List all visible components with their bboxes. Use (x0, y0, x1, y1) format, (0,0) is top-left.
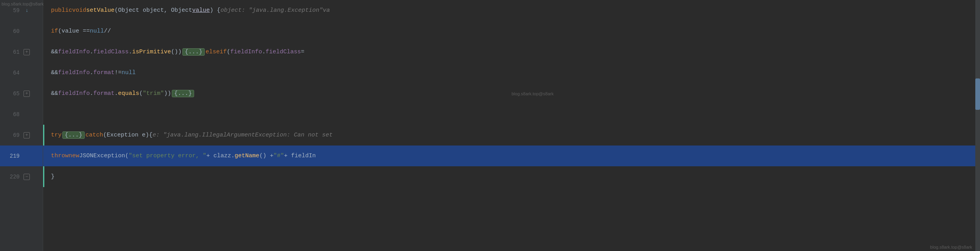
code-69-catch: catch (85, 132, 103, 138)
line-number-69: 69 (0, 132, 24, 138)
code-64-format: format (93, 69, 115, 76)
code-219-exception-type: JSONException (79, 153, 125, 159)
line-number-219: 219 (0, 153, 24, 159)
code-59-params: (Object object, Object (115, 7, 192, 14)
fold-220[interactable]: − (24, 173, 31, 180)
code-60-comment: // (104, 28, 111, 35)
scrollbar[interactable] (975, 0, 980, 251)
code-220-brace: } (51, 173, 55, 180)
code-65-trim: "trim" (143, 90, 164, 97)
code-65-equals: equals (118, 90, 139, 97)
code-65-paren: ( (139, 90, 143, 97)
code-61-dot2: . (129, 49, 132, 55)
code-line-219[interactable]: throw new JSONException ( "set property … (43, 146, 980, 166)
code-61-eq: = (301, 49, 304, 55)
gutter-line-69: 69 + (0, 125, 43, 146)
line-number-64: 64 (0, 70, 24, 76)
code-61-paren2: ( (227, 49, 230, 55)
code-61-and: && (51, 49, 58, 55)
fold-69[interactable]: + (24, 132, 31, 139)
fold-219 (24, 153, 31, 160)
code-59-brace: ) { (210, 7, 220, 14)
line-number-61: 61 (0, 49, 24, 55)
fold-64 (24, 69, 31, 76)
code-219-msg: "set property error, " (129, 153, 206, 159)
gutter-line-68: 68 (0, 104, 43, 125)
code-219-paren: ( (125, 153, 129, 159)
fold-61[interactable]: + (24, 49, 31, 56)
code-61-else: else (205, 49, 220, 55)
code-61-dot3: . (262, 49, 265, 55)
code-219-getname: getName (235, 153, 259, 159)
gutter-line-220: 220 − (0, 166, 43, 187)
code-219-concat2: () + (259, 153, 273, 159)
code-65-fieldinfo: fieldInfo (58, 90, 90, 97)
code-219-concat1: + clazz. (206, 153, 235, 159)
code-64-neq: != (115, 69, 122, 76)
code-61-if2: if (220, 49, 227, 55)
code-59-public: public (51, 7, 72, 14)
code-line-68[interactable] (43, 104, 980, 125)
code-65-and: && (51, 90, 58, 97)
code-59-value: value (192, 7, 210, 14)
code-61-paren: ()) (171, 49, 182, 55)
code-69-hint: e: "java.lang.IllegalArgumentException: … (153, 132, 333, 138)
code-line-64[interactable]: && fieldInfo . format != null (43, 62, 980, 83)
code-61-fold[interactable]: {...} (182, 48, 205, 56)
line-number-gutter: blog.s8ark.top@s8ark 59 ↓ 60 61 + 64 (0, 0, 43, 251)
code-line-59[interactable]: public void setValue (Object object, Obj… (43, 0, 980, 21)
code-61-fieldinfo: fieldInfo (58, 49, 90, 55)
code-59-hint2: va (323, 7, 330, 14)
code-line-60[interactable]: if (value == null // (43, 21, 980, 42)
fold-60 (24, 28, 31, 35)
code-60-null: null (90, 28, 104, 35)
code-69-try: try (51, 132, 62, 138)
code-area: public void setValue (Object object, Obj… (43, 0, 980, 251)
code-65-dot2: . (115, 90, 118, 97)
line-number-220: 220 (0, 174, 24, 180)
code-69-fold[interactable]: {...} (62, 131, 85, 139)
code-65-fold[interactable]: {...} (172, 90, 194, 97)
code-line-65[interactable]: && fieldInfo . format . equals ( "trim" … (43, 83, 980, 104)
code-65-format: format (93, 90, 115, 97)
code-61-isprimitive: isPrimitive (132, 49, 171, 55)
code-219-throw: throw (51, 153, 69, 159)
code-61-fieldclass: fieldClass (93, 49, 129, 55)
code-64-null: null (122, 69, 136, 76)
code-219-hash: "#" (273, 153, 284, 159)
code-69-brace: { (149, 132, 153, 138)
code-219-concat3: + fieldIn (284, 153, 316, 159)
code-65-dot: . (90, 90, 93, 97)
code-59-void: void (72, 7, 86, 14)
code-line-220[interactable]: } (43, 166, 980, 187)
watermark-top: blog.s8ark.top@s8ark (2, 2, 44, 6)
line-number-68: 68 (0, 111, 24, 118)
code-line-69[interactable]: try {...} catch (Exception e) { e: "java… (43, 125, 980, 146)
gutter-line-219: 219 (0, 146, 43, 166)
code-59-setvalue: setValue (86, 7, 115, 14)
gutter-line-64: 64 (0, 62, 43, 83)
line-number-65: 65 (0, 91, 24, 97)
editor-container: blog.s8ark.top@s8ark 59 ↓ 60 61 + 64 (0, 0, 980, 251)
scrollbar-thumb[interactable] (975, 78, 980, 110)
watermark-bottom: blog.s8ark.top@s8ark (930, 245, 972, 249)
code-59-hint: object: "java.lang.Exception" (220, 7, 323, 14)
code-61-dot1: . (90, 49, 93, 55)
gutter-line-60: 60 (0, 21, 43, 42)
code-61-fieldinfo2: fieldInfo (230, 49, 262, 55)
line-number-60: 60 (0, 28, 24, 35)
fold-68 (24, 111, 31, 118)
line-number-59: 59 (0, 7, 24, 14)
code-line-61[interactable]: && fieldInfo . fieldClass . isPrimitive … (43, 42, 980, 62)
code-60-cond: (value == (58, 28, 90, 35)
watermark-mid: blog.s8ark.top@s8ark (512, 91, 554, 96)
gutter-line-65: 65 + (0, 83, 43, 104)
fold-65[interactable]: + (24, 90, 31, 97)
code-64-fieldinfo: fieldInfo (58, 69, 90, 76)
code-219-new: new (69, 153, 79, 159)
code-69-catch-params: (Exception e) (103, 132, 149, 138)
code-64-and: && (51, 69, 58, 76)
gutter-line-61: 61 + (0, 42, 43, 62)
debug-arrow-59: ↓ (24, 7, 31, 14)
code-64-dot: . (90, 69, 93, 76)
